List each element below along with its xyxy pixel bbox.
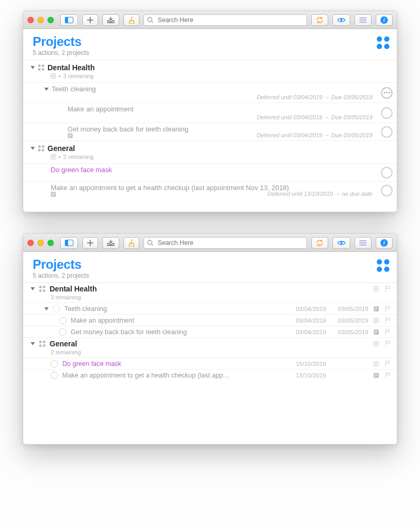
search-field[interactable] <box>144 14 307 26</box>
broom-icon <box>128 239 135 247</box>
perspective-header: Projects 5 actions, 2 projects <box>23 29 397 60</box>
status-circle[interactable] <box>59 328 66 336</box>
task-row[interactable]: Get money back back for teeth cleaning 0… <box>23 326 397 337</box>
search-icon <box>147 17 154 23</box>
task-row[interactable]: Make an appointment Deferred until 03/04… <box>23 102 397 122</box>
search-input[interactable] <box>157 16 303 24</box>
sync-icon <box>316 240 323 246</box>
info-icon: i <box>380 16 388 24</box>
eye-icon <box>337 17 346 23</box>
search-input[interactable] <box>157 239 303 247</box>
inbox-button[interactable] <box>102 14 119 26</box>
svg-point-2 <box>148 17 152 22</box>
view-button[interactable] <box>332 14 350 26</box>
lines-icon <box>359 17 367 23</box>
project-name: Dental Health <box>47 63 94 72</box>
flag-icon[interactable] <box>384 372 392 379</box>
sidebar-toggle-button[interactable] <box>60 14 78 26</box>
broom-icon <box>128 16 135 24</box>
toolbar-right: i <box>311 14 393 26</box>
sidebar-toggle-button[interactable] <box>60 237 78 249</box>
task-row[interactable]: Get money back back for teeth cleaning D… <box>23 122 397 140</box>
view-options-button[interactable] <box>355 237 371 249</box>
flag-icon[interactable] <box>384 329 392 335</box>
task-title: Make an appointment <box>68 105 133 113</box>
search-field[interactable] <box>144 237 307 249</box>
titlebar: i <box>23 234 397 252</box>
new-item-button[interactable] <box>82 237 98 249</box>
defer-date: 15/10/2018 <box>288 361 326 367</box>
project-header-general[interactable]: General <box>23 140 397 154</box>
close-button[interactable] <box>27 17 34 23</box>
note-icon <box>373 318 380 323</box>
disclosure-triangle-icon[interactable] <box>44 307 49 310</box>
view-button[interactable] <box>332 237 350 249</box>
toolbar-right: i <box>311 237 393 249</box>
minimize-button[interactable] <box>37 17 44 23</box>
task-title: Make an appointment <box>71 317 284 324</box>
task-row[interactable]: Teeth cleaning 03/04/2019 03/05/2019 <box>23 303 397 314</box>
defer-date: 03/04/2019 <box>288 306 326 312</box>
sidebar-icon <box>65 240 73 246</box>
titlebar: i <box>23 11 397 29</box>
task-row[interactable]: Make an appointment 03/04/2019 03/05/201… <box>23 314 397 326</box>
more-status-icon[interactable] <box>381 87 393 99</box>
inspector-button[interactable]: i <box>376 14 393 26</box>
flag-icon[interactable] <box>384 361 392 367</box>
new-item-button[interactable] <box>82 14 98 26</box>
note-icon <box>373 361 380 366</box>
project-header-dental[interactable]: Dental Health <box>23 282 397 294</box>
inspector-button[interactable]: i <box>376 237 393 249</box>
status-circle[interactable] <box>381 185 393 196</box>
sync-button[interactable] <box>311 14 328 26</box>
inbox-icon <box>107 17 114 23</box>
status-circle[interactable] <box>381 107 393 119</box>
disclosure-triangle-icon[interactable] <box>31 147 35 150</box>
task-row[interactable]: Do green face mask <box>23 163 397 181</box>
action-group-row[interactable]: Teeth cleaning Deferred until 03/04/2019… <box>23 82 397 102</box>
disclosure-triangle-icon[interactable] <box>31 342 35 345</box>
task-row[interactable]: Make an appointment to get a health chec… <box>23 181 397 199</box>
task-row[interactable]: Do green face mask 15/10/2018 <box>23 357 397 369</box>
parallel-project-icon <box>39 341 45 347</box>
project-header-dental[interactable]: Dental Health <box>23 60 397 73</box>
sync-icon <box>316 17 323 23</box>
zoom-button[interactable] <box>47 240 54 246</box>
note-icon <box>51 73 56 79</box>
window-controls <box>27 240 54 246</box>
sidebar-icon <box>65 17 73 23</box>
status-circle[interactable] <box>51 372 58 379</box>
close-button[interactable] <box>27 240 34 246</box>
projects-perspective-icon[interactable] <box>377 259 389 272</box>
disclosure-triangle-icon[interactable] <box>31 287 35 290</box>
sync-button[interactable] <box>311 237 328 249</box>
status-circle[interactable] <box>51 360 58 367</box>
minimize-button[interactable] <box>37 240 44 246</box>
status-circle[interactable] <box>53 305 60 313</box>
note-icon <box>51 154 56 159</box>
view-options-button[interactable] <box>355 14 371 26</box>
task-dates: Deferred until 03/04/2019→Due 03/05/2019 <box>44 94 392 100</box>
disclosure-triangle-icon[interactable] <box>44 88 49 91</box>
status-circle[interactable] <box>381 126 393 138</box>
search-icon <box>147 240 154 246</box>
window-columns: i Projects 5 actions, 2 projects Dental … <box>23 233 397 445</box>
cleanup-button[interactable] <box>123 237 139 249</box>
zoom-button[interactable] <box>47 17 54 23</box>
inbox-button[interactable] <box>102 237 119 249</box>
task-title: Get money back back for teeth cleaning <box>68 125 188 133</box>
disclosure-triangle-icon[interactable] <box>31 66 35 69</box>
svg-point-11 <box>340 242 342 244</box>
cleanup-button[interactable] <box>123 14 139 26</box>
flag-icon[interactable] <box>384 317 392 324</box>
defer-date: 03/04/2019 <box>288 329 326 335</box>
project-header-general[interactable]: General <box>23 337 397 349</box>
flag-column-icon <box>384 286 392 292</box>
projects-perspective-icon[interactable] <box>377 36 389 49</box>
status-circle[interactable] <box>59 317 66 324</box>
status-circle[interactable] <box>381 167 393 178</box>
window-fluid: i Projects 5 actions, 2 projects Dental … <box>23 11 397 212</box>
task-row[interactable]: Make an appointment to get a health chec… <box>23 369 397 381</box>
svg-point-10 <box>148 240 152 244</box>
flag-icon[interactable] <box>384 306 392 312</box>
